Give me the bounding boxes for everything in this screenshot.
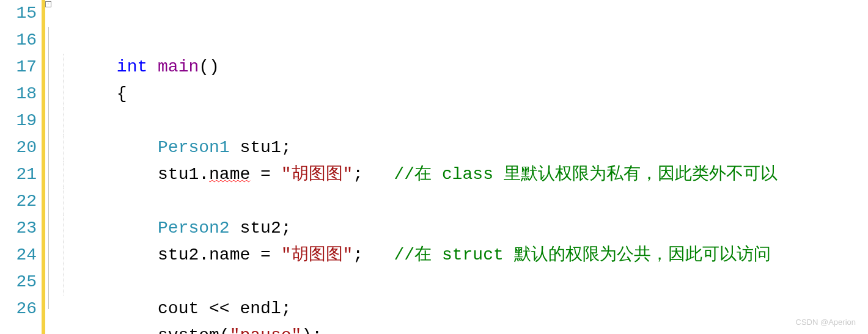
line-number-gutter: 15 16 17 18 19 20 21 22 23 24 25 26 bbox=[0, 0, 42, 334]
fold-guide bbox=[48, 188, 49, 215]
line-number: 22 bbox=[0, 188, 37, 215]
system-call: system bbox=[158, 326, 219, 334]
code-line-22[interactable] bbox=[45, 188, 868, 215]
code-line-18[interactable]: stu1.name = "胡图图"; //在 class 里默认权限为私有，因此… bbox=[45, 81, 868, 107]
paren-open: ( bbox=[219, 326, 230, 334]
fold-toggle-icon[interactable]: - bbox=[45, 1, 51, 7]
fold-guide bbox=[48, 27, 49, 54]
fold-guide bbox=[48, 215, 49, 242]
indent-guide bbox=[64, 242, 64, 269]
code-line-20[interactable]: Person2 stu2; bbox=[45, 134, 868, 161]
code-line-19[interactable] bbox=[45, 107, 868, 134]
paren-close: ) bbox=[301, 326, 312, 334]
code-line-25[interactable]: return 0; bbox=[45, 269, 868, 296]
fold-guide bbox=[48, 107, 49, 134]
line-number: 17 bbox=[0, 54, 37, 81]
code-line-21[interactable]: stu2.name = "胡图图"; //在 struct 默认的权限为公共，因… bbox=[45, 161, 868, 188]
line-number: 18 bbox=[0, 81, 37, 107]
line-number: 26 bbox=[0, 296, 37, 322]
watermark: CSDN @Aperion bbox=[796, 318, 856, 327]
fold-guide bbox=[48, 242, 49, 269]
code-line-24[interactable]: system("pause"); bbox=[45, 242, 868, 269]
fold-guide bbox=[48, 296, 49, 309]
line-number: 24 bbox=[0, 242, 37, 269]
line-number: 15 bbox=[0, 0, 37, 27]
indent-guide bbox=[64, 54, 64, 81]
code-line-23[interactable]: cout << endl; bbox=[45, 215, 868, 242]
indent-guide bbox=[64, 161, 64, 188]
line-number: 16 bbox=[0, 27, 37, 54]
code-line-16[interactable]: { bbox=[45, 27, 868, 54]
code-line-15[interactable]: - int main() bbox=[45, 0, 868, 27]
code-line-17[interactable]: Person1 stu1; bbox=[45, 54, 868, 81]
line-number: 21 bbox=[0, 161, 37, 188]
code-line-26[interactable]: } bbox=[45, 296, 868, 322]
line-number: 25 bbox=[0, 269, 37, 296]
indent-guide bbox=[64, 269, 64, 296]
fold-guide bbox=[48, 269, 49, 296]
indent-guide bbox=[64, 81, 64, 107]
semi: ; bbox=[312, 326, 322, 334]
indent-guide bbox=[64, 188, 64, 215]
indent-guide bbox=[64, 215, 64, 242]
fold-guide bbox=[48, 54, 49, 81]
line-number: 23 bbox=[0, 215, 37, 242]
line-number: 19 bbox=[0, 107, 37, 134]
indent-guide bbox=[64, 107, 64, 134]
fold-guide bbox=[48, 134, 49, 161]
code-content[interactable]: - int main() { Person1 stu1; stu1.name =… bbox=[45, 0, 868, 334]
string-pause: "pause" bbox=[230, 326, 302, 334]
fold-guide bbox=[48, 161, 49, 188]
line-number: 20 bbox=[0, 134, 37, 161]
code-editor[interactable]: 15 16 17 18 19 20 21 22 23 24 25 26 - in… bbox=[0, 0, 868, 334]
fold-guide bbox=[48, 81, 49, 107]
indent-guide bbox=[64, 134, 64, 161]
